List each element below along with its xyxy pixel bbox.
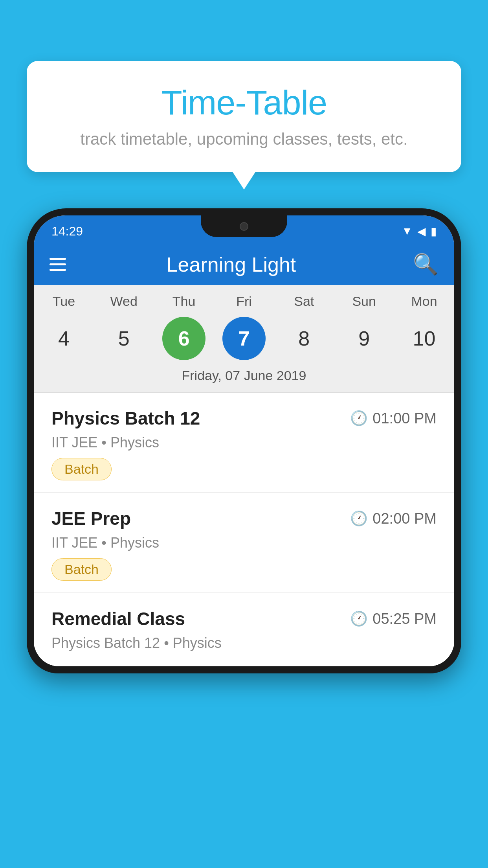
class-name: Remedial Class (51, 608, 185, 629)
class-time: 🕐 05:25 PM (350, 611, 437, 627)
signal-icon: ◀ (417, 225, 426, 238)
tooltip-title: Time-Table (50, 83, 438, 123)
date-cell[interactable]: 10 (402, 317, 446, 360)
date-cell[interactable]: 6 (162, 317, 205, 360)
status-time: 14:29 (51, 224, 83, 239)
class-time: 🕐 01:00 PM (350, 410, 437, 427)
clock-icon: 🕐 (350, 611, 368, 627)
search-icon[interactable]: 🔍 (413, 252, 438, 276)
class-item-header: Remedial Class 🕐 05:25 PM (51, 608, 437, 629)
class-meta: IIT JEE • Physics (51, 434, 437, 451)
phone-screen: 14:29 ▼ ◀ ▮ Learning Light 🔍 TueWedThuFr… (34, 215, 454, 666)
day-name: Tue (38, 294, 89, 309)
day-name: Sat (279, 294, 330, 309)
tooltip-card: Time-Table track timetable, upcoming cla… (27, 61, 461, 172)
class-item[interactable]: JEE Prep 🕐 02:00 PM IIT JEE • Physics Ba… (34, 493, 454, 593)
day-name: Thu (158, 294, 209, 309)
class-name: JEE Prep (51, 508, 131, 529)
date-cell[interactable]: 9 (343, 317, 386, 360)
class-time: 🕐 02:00 PM (350, 510, 437, 527)
date-cell[interactable]: 5 (102, 317, 145, 360)
day-name: Mon (398, 294, 449, 309)
class-item[interactable]: Remedial Class 🕐 05:25 PM Physics Batch … (34, 593, 454, 666)
wifi-icon: ▼ (402, 225, 413, 237)
batch-tag: Batch (51, 558, 112, 581)
menu-icon[interactable] (50, 258, 66, 271)
class-meta: IIT JEE • Physics (51, 535, 437, 551)
selected-date-label: Friday, 07 June 2019 (34, 368, 454, 392)
app-title: Learning Light (66, 253, 396, 276)
class-item-header: Physics Batch 12 🕐 01:00 PM (51, 408, 437, 429)
date-cell[interactable]: 4 (42, 317, 85, 360)
phone-mockup: 14:29 ▼ ◀ ▮ Learning Light 🔍 TueWedThuFr… (27, 208, 461, 868)
phone-notch (201, 215, 287, 237)
battery-icon: ▮ (431, 225, 437, 238)
app-bar: Learning Light 🔍 (34, 244, 454, 285)
date-cell[interactable]: 7 (222, 317, 266, 360)
class-item-header: JEE Prep 🕐 02:00 PM (51, 508, 437, 529)
clock-icon: 🕐 (350, 410, 368, 427)
calendar-dates: 45678910 (34, 313, 454, 368)
class-name: Physics Batch 12 (51, 408, 200, 429)
date-cell[interactable]: 8 (283, 317, 326, 360)
tooltip-subtitle: track timetable, upcoming classes, tests… (50, 130, 438, 149)
class-item[interactable]: Physics Batch 12 🕐 01:00 PM IIT JEE • Ph… (34, 393, 454, 493)
camera-dot (240, 222, 248, 231)
class-list: Physics Batch 12 🕐 01:00 PM IIT JEE • Ph… (34, 393, 454, 666)
batch-tag: Batch (51, 458, 112, 480)
day-name: Sun (339, 294, 390, 309)
day-name: Fri (218, 294, 270, 309)
clock-icon: 🕐 (350, 510, 368, 527)
calendar-header: TueWedThuFriSatSunMon (34, 285, 454, 313)
class-meta: Physics Batch 12 • Physics (51, 635, 437, 651)
phone-outer: 14:29 ▼ ◀ ▮ Learning Light 🔍 TueWedThuFr… (27, 208, 461, 673)
day-name: Wed (98, 294, 149, 309)
status-icons: ▼ ◀ ▮ (402, 225, 437, 238)
